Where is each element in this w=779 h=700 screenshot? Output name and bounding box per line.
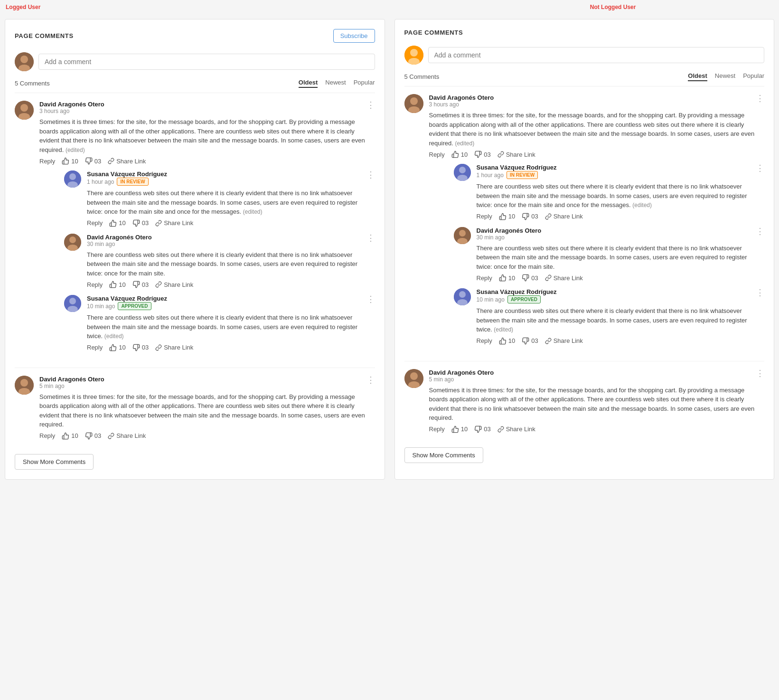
like-btn-2-notlogged[interactable]: 10 [451,426,468,433]
three-dot-r3-logged[interactable]: ⋮ [366,295,375,303]
dislike-btn-r3-notlogged[interactable]: 03 [522,337,538,345]
share-link-btn-1-logged[interactable]: Share Link [108,158,146,165]
author-1-logged: David Aragonés Otero [39,101,104,108]
reply-btn-r2-logged[interactable]: Reply [87,281,103,288]
share-link-btn-r1-logged[interactable]: Share Link [155,219,193,227]
three-dot-1-logged[interactable]: ⋮ [366,101,375,109]
three-dot-r1-notlogged[interactable]: ⋮ [756,164,764,172]
share-link-btn-2-logged[interactable]: Share Link [108,432,146,439]
like-btn-2-logged[interactable]: 10 [62,432,78,440]
three-dot-2-notlogged[interactable]: ⋮ [756,369,764,378]
show-more-btn-logged[interactable]: Show More Comments [15,454,94,470]
dislike-btn-2-notlogged[interactable]: 03 [474,426,490,433]
like-btn-r1-notlogged[interactable]: 10 [499,213,515,220]
dislike-btn-r1-notlogged[interactable]: 03 [522,213,538,220]
sort-popular-logged[interactable]: Popular [354,79,375,88]
show-more-btn-notlogged[interactable]: Show More Comments [404,447,483,463]
svg-point-25 [459,167,466,173]
comment-thread-2-notlogged: David Aragonés Otero 5 min ago ⋮ Sometim… [404,369,765,433]
sort-row-notlogged: 5 Comments Oldest Newest Popular [404,72,765,86]
share-link-btn-r1-notlogged[interactable]: Share Link [545,213,583,220]
svg-point-22 [410,97,418,105]
not-logged-user-panel: PAGE COMMENTS 5 Comments Oldest Newest P… [394,19,775,480]
three-dot-r1-logged[interactable]: ⋮ [366,170,375,179]
svg-point-1 [20,56,28,63]
avatar-david-1-logged [15,101,34,120]
sort-newest-notlogged[interactable]: Newest [715,72,735,81]
reply-btn-r2-notlogged[interactable]: Reply [477,274,492,282]
three-dot-r2-notlogged[interactable]: ⋮ [756,227,764,236]
comment-thread-1-notlogged: David Aragonés Otero 3 hours ago ⋮ Somet… [404,94,765,351]
subscribe-button[interactable]: Subscribe [333,29,375,43]
comment-2-logged: David Aragonés Otero 5 min ago ⋮ Sometim… [15,376,375,440]
replies-1-notlogged: Susana Vázquez Rodríguez 1 hour ago IN R… [454,164,765,345]
avatar-david-r2-logged [64,234,81,251]
sort-oldest-logged[interactable]: Oldest [299,79,318,88]
share-link-btn-r2-notlogged[interactable]: Share Link [545,274,583,282]
sort-popular-notlogged[interactable]: Popular [743,72,764,81]
share-link-btn-1-notlogged[interactable]: Share Link [497,151,535,158]
reply-btn-2-logged[interactable]: Reply [39,432,55,439]
avatar-david-2-logged [15,376,34,395]
reply-btn-1-logged[interactable]: Reply [39,158,55,165]
comment-1-logged: David Aragonés Otero 3 hours ago ⋮ Somet… [15,101,375,358]
sort-oldest-notlogged[interactable]: Oldest [688,72,707,81]
svg-point-4 [20,104,28,112]
comment-input-notlogged[interactable] [428,47,765,63]
like-btn-r1-logged[interactable]: 10 [109,219,125,227]
three-dot-2-logged[interactable]: ⋮ [366,376,375,384]
avatar-david-r2-notlogged [454,227,471,244]
sort-tabs-logged: Oldest Newest Popular [299,79,375,88]
like-btn-1-logged[interactable]: 10 [62,157,78,165]
three-dot-1-notlogged[interactable]: ⋮ [756,94,764,103]
dislike-btn-2-logged[interactable]: 03 [85,432,101,440]
reply-btn-r3-notlogged[interactable]: Reply [477,337,492,344]
sort-row-logged: 5 Comments Oldest Newest Popular [15,79,375,93]
like-btn-1-notlogged[interactable]: 10 [451,151,468,158]
reply-btn-2-notlogged[interactable]: Reply [429,426,445,433]
avatar-susana-r3-notlogged [454,288,471,305]
reply-btn-1-notlogged[interactable]: Reply [429,151,445,158]
comment-thread-1-logged: David Aragonés Otero 3 hours ago ⋮ Somet… [15,101,375,358]
like-btn-r2-notlogged[interactable]: 10 [499,274,515,282]
svg-point-16 [20,379,28,387]
badge-approved-logged: APPROVED [118,302,151,310]
dislike-btn-r2-notlogged[interactable]: 03 [522,274,538,282]
share-link-btn-r3-logged[interactable]: Share Link [155,344,193,351]
comment-input-logged[interactable] [38,54,375,70]
reply-btn-r1-logged[interactable]: Reply [87,219,103,227]
dislike-btn-1-logged[interactable]: 03 [85,157,101,165]
avatar-susana-r3-logged [64,295,81,312]
dislike-btn-r3-logged[interactable]: 03 [132,344,149,351]
share-link-btn-r3-notlogged[interactable]: Share Link [545,337,583,344]
not-logged-user-label: Not Logged User [584,0,779,14]
reply-3-1-logged: Susana Vázquez Rodríguez 10 min ago APPR… [64,295,375,351]
three-dot-r3-notlogged[interactable]: ⋮ [756,288,764,297]
badge-review-notlogged: IN REVIEW [507,171,538,179]
comment-input-row-logged [15,52,375,71]
avatar-david-2-notlogged [404,369,423,388]
reply-btn-r3-logged[interactable]: Reply [87,344,103,351]
comment-count-notlogged: 5 Comments [404,73,440,80]
dislike-btn-r2-logged[interactable]: 03 [132,281,149,288]
reply-btn-r1-notlogged[interactable]: Reply [477,213,492,220]
panel-title-notlogged: PAGE COMMENTS [404,29,463,36]
current-user-avatar-logged [15,52,34,71]
panel-header-notlogged: PAGE COMMENTS [404,29,765,36]
badge-review-logged: IN REVIEW [117,178,148,186]
dislike-btn-1-notlogged[interactable]: 03 [474,151,490,158]
share-link-btn-r2-logged[interactable]: Share Link [155,281,193,288]
divider-logged [15,368,375,368]
svg-point-13 [69,298,76,304]
comment-body-1-logged: David Aragonés Otero 3 hours ago ⋮ Somet… [39,101,375,358]
comment-input-row-notlogged [404,46,765,65]
svg-point-31 [459,291,466,298]
panel-title-logged: PAGE COMMENTS [15,32,74,39]
three-dot-r2-logged[interactable]: ⋮ [366,234,375,242]
like-btn-r3-notlogged[interactable]: 10 [499,337,515,345]
like-btn-r3-logged[interactable]: 10 [109,344,125,351]
sort-newest-logged[interactable]: Newest [325,79,346,88]
share-link-btn-2-notlogged[interactable]: Share Link [497,426,535,433]
dislike-btn-r1-logged[interactable]: 03 [132,219,149,227]
like-btn-r2-logged[interactable]: 10 [109,281,125,288]
